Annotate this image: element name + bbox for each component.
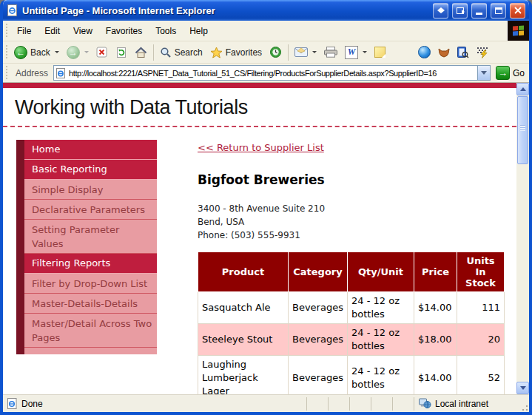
back-label: Back	[30, 47, 50, 58]
address-bar: Address http://localhost:2221/ASPNET_Dat…	[3, 64, 529, 83]
maximize-button[interactable]	[491, 3, 506, 18]
addon-fox-button[interactable]	[434, 46, 454, 59]
sidebar-item-partial[interactable]	[16, 348, 157, 354]
back-dropdown-icon[interactable]	[55, 51, 59, 53]
menu-file[interactable]: File	[10, 24, 38, 38]
address-dropdown-button[interactable]	[477, 66, 490, 80]
print-button[interactable]	[320, 45, 341, 59]
go-button[interactable]: → Go	[494, 66, 526, 80]
forward-icon: →	[67, 46, 80, 59]
status-text: Done	[21, 399, 43, 409]
menu-tools[interactable]: Tools	[149, 24, 183, 38]
browser-window: Untitled Page - Microsoft Internet Explo…	[0, 0, 532, 415]
back-button[interactable]: ← Back	[10, 44, 63, 61]
address-input[interactable]: http://localhost:2221/ASPNET_Data_Tutori…	[53, 65, 491, 81]
windows-logo-throbber	[507, 21, 529, 41]
cell-qty-unit: 24 - 12 oz bottles	[348, 292, 414, 324]
toolbar-grip[interactable]	[5, 45, 9, 60]
cell-qty-unit: 24 - 12 oz bottles	[348, 356, 414, 395]
toolbar-grip[interactable]	[5, 24, 9, 38]
menu-notch	[16, 200, 24, 220]
sidebar-item-simple-display[interactable]: Simple Display	[16, 180, 157, 200]
pan-left-right-button[interactable]	[433, 3, 448, 18]
browser-viewport: Working with Data Tutorials Home Basic R…	[3, 83, 529, 394]
research-button[interactable]	[454, 45, 473, 60]
sidebar-item-label	[24, 348, 157, 354]
sidebar-item-label: Declarative Parameters	[24, 200, 157, 220]
chevron-down-icon	[520, 386, 526, 390]
cell-product: Sasquatch Ale	[198, 292, 289, 324]
toolbar-grip[interactable]	[5, 66, 9, 81]
sidebar-item-declarative-parameters[interactable]: Declarative Parameters	[16, 200, 157, 220]
scrollbar-thumb[interactable]	[517, 96, 528, 164]
return-to-supplier-list-link[interactable]: << Return to Supplier List	[198, 142, 324, 153]
menu-notch	[16, 160, 24, 180]
col-header-price: Price	[414, 252, 457, 292]
binary-lightning-icon	[477, 47, 488, 58]
scrollbar-track[interactable]	[516, 165, 529, 382]
sidebar-item-filter-by-dropdown-list[interactable]: Filter by Drop-Down List	[16, 274, 157, 294]
favorites-button[interactable]: Favorites	[206, 45, 266, 60]
cell-price: $14.00	[414, 292, 457, 324]
mail-button[interactable]	[291, 46, 320, 58]
menu-favorites[interactable]: Favorites	[99, 24, 149, 38]
research-book-icon	[457, 47, 469, 58]
menu-help[interactable]: Help	[183, 24, 215, 38]
page-top-strip	[3, 83, 516, 88]
cell-product: Steeleye Stout	[198, 324, 289, 356]
menu-bar: File Edit View Favorites Tools Help	[3, 21, 529, 41]
main-content: << Return to Supplier List Bigfoot Brewe…	[198, 140, 516, 394]
resize-grip[interactable]	[519, 402, 529, 412]
discuss-button[interactable]	[371, 45, 389, 59]
close-button[interactable]	[510, 3, 525, 18]
sidebar-item-master-details-details[interactable]: Master-Details-Details	[16, 294, 157, 314]
history-button[interactable]	[266, 44, 286, 60]
windows-flag-icon	[513, 25, 524, 36]
scroll-down-button[interactable]	[516, 382, 529, 394]
sidebar-item-label: Filter by Drop-Down List	[24, 274, 157, 294]
title-bar[interactable]: Untitled Page - Microsoft Internet Explo…	[3, 0, 529, 21]
menu-view[interactable]: View	[67, 24, 99, 38]
go-label: Go	[513, 68, 525, 78]
popout-window-button[interactable]	[452, 3, 468, 18]
table-row: Sasquatch Ale Beverages 24 - 12 oz bottl…	[198, 292, 505, 324]
home-icon	[135, 47, 147, 58]
sidebar-item-basic-reporting[interactable]: Basic Reporting	[16, 160, 157, 180]
refresh-icon	[115, 47, 127, 58]
mail-dropdown-icon[interactable]	[312, 51, 317, 53]
status-pane	[328, 397, 349, 411]
col-header-units-in-stock: Units In Stock	[457, 252, 505, 292]
home-button[interactable]	[131, 45, 151, 60]
sidebar-item-label: Master/Detail Across Two Pages	[24, 314, 157, 348]
forward-dropdown-icon[interactable]	[84, 51, 89, 53]
vertical-scrollbar[interactable]	[516, 83, 529, 394]
cell-units-in-stock: 20	[457, 324, 505, 356]
debug-tool-button[interactable]	[473, 45, 492, 60]
ie-page-icon	[7, 4, 18, 16]
minimize-button[interactable]	[471, 3, 487, 18]
scroll-up-button[interactable]	[516, 83, 529, 95]
cell-category: Beverages	[289, 292, 348, 324]
menu-edit[interactable]: Edit	[38, 24, 67, 38]
search-button[interactable]: Search	[156, 45, 206, 60]
history-icon	[269, 46, 282, 58]
page-title: Working with Data Tutorials	[15, 96, 516, 119]
sidebar-item-master-detail-across-two-pages[interactable]: Master/Detail Across Two Pages	[16, 314, 157, 348]
sidebar-item-home[interactable]: Home	[16, 140, 157, 160]
edit-with-word-button[interactable]: W	[341, 44, 371, 61]
cell-product: Laughing Lumberjack Lager	[198, 356, 289, 395]
sidebar-item-setting-parameter-values[interactable]: Setting Parameter Values	[16, 220, 157, 254]
stop-button[interactable]	[92, 45, 112, 60]
refresh-button[interactable]	[112, 45, 131, 60]
table-row: Laughing Lumberjack Lager Beverages 24 -…	[198, 356, 505, 395]
menu-notch	[16, 180, 24, 200]
col-header-qty-unit: Qty/Unit	[348, 252, 414, 292]
forward-button[interactable]: →	[63, 44, 92, 61]
table-header-row: Product Category Qty/Unit Price Units In…	[198, 252, 505, 292]
chevron-down-icon	[481, 71, 487, 75]
sidebar-item-label: Master-Details-Details	[24, 294, 157, 314]
messenger-button[interactable]	[414, 44, 434, 60]
sidebar-item-filtering-reports[interactable]: Filtering Reports	[16, 254, 157, 274]
sidebar-nav: Home Basic Reporting Simple Display Decl…	[16, 140, 157, 394]
edit-dropdown-icon[interactable]	[363, 51, 367, 53]
